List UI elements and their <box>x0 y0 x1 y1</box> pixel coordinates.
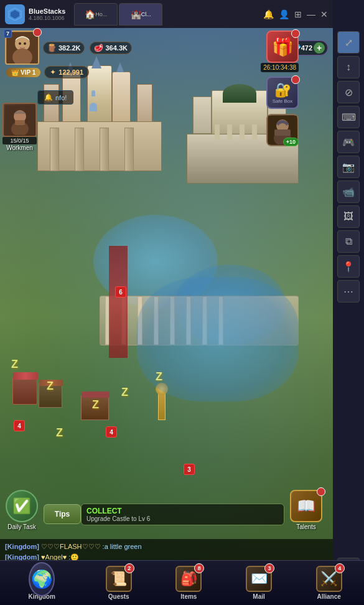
volume-icon: 🔔 <box>44 93 53 101</box>
building-badge-3: 4 <box>106 426 117 438</box>
chat-kingdom-1: [Kingdom] <box>5 543 39 550</box>
quests-icon-container: 📜 2 <box>106 566 132 592</box>
building-badge-4: 3 <box>184 464 195 475</box>
tab-game[interactable]: 🏰 Cl... <box>119 3 162 26</box>
nav-item-alliance[interactable]: ⚔️ 4 Alliance <box>294 561 364 605</box>
account-icon[interactable]: 👤 <box>279 9 289 19</box>
svg-rect-14 <box>274 129 291 136</box>
bluestacks-version: 4.180.10.1006 <box>29 15 65 21</box>
sidebar-rotate-btn[interactable]: ↕ <box>337 56 360 78</box>
dome <box>223 84 256 103</box>
bluestacks-title: BlueStacks <box>29 7 65 15</box>
bluestacks-tabs: 🏠 Ho... 🏰 Cl... <box>74 3 162 26</box>
daily-task-section[interactable]: ✅ Daily Task <box>0 490 44 530</box>
building-c-roof <box>82 392 110 398</box>
chat-name-1: ♡♡♡FLASH♡♡♡ <box>41 543 100 550</box>
sidebar-multi-btn[interactable]: ⧉ <box>337 230 360 253</box>
timer-display: 26:10:34:38 <box>261 63 299 72</box>
palace-left-wing <box>193 96 212 134</box>
gem-value: 472 <box>301 44 312 52</box>
wood-value: 382.2K <box>58 44 80 52</box>
avatar-notification <box>33 28 42 37</box>
sidebar-block-btn[interactable]: ⊘ <box>337 81 360 103</box>
daily-task-icon[interactable]: ✅ <box>6 490 38 522</box>
quests-badge: 2 <box>124 563 134 573</box>
minimize-icon[interactable]: — <box>307 9 315 19</box>
bluestacks-topbar: BlueStacks 4.180.10.1006 🏠 Ho... 🏰 Cl...… <box>0 0 333 28</box>
z-letter-4: Z <box>121 386 128 399</box>
building-badge-1: 4 <box>14 420 25 431</box>
avatar-level: 7 <box>4 29 12 38</box>
warrior-avatar-button[interactable]: +10 <box>266 114 299 146</box>
kingdom-res-value: 122,991 <box>58 68 83 76</box>
svg-point-5 <box>19 42 21 45</box>
tips-button[interactable]: Tips <box>44 504 81 524</box>
bottom-task-bar: ✅ Daily Task Tips COLLECT Upgrade Castle… <box>0 490 333 530</box>
info-text: nfo! <box>55 94 67 101</box>
player-avatar-container[interactable]: 7 <box>5 30 39 65</box>
wood-icon: 🪵 <box>47 44 57 52</box>
resources-bar: 🪵 382.2K 🥩 364.3K <box>43 42 284 54</box>
small-buildings-left[interactable] <box>12 377 62 420</box>
sidebar-more-btn[interactable]: ⋯ <box>337 280 360 302</box>
notification-icon[interactable]: 🔔 <box>263 9 274 19</box>
items-label: Items <box>180 593 197 600</box>
buttress-4 <box>124 128 134 171</box>
column-2 <box>227 124 232 140</box>
window-2 <box>90 103 97 111</box>
sidebar-fullscreen-btn[interactable]: ⤢ <box>337 31 360 54</box>
workmen-label: Workmen <box>2 144 37 151</box>
close-icon[interactable]: ✕ <box>320 9 328 19</box>
safe-notification <box>291 75 300 84</box>
sidebar-gallery-btn[interactable]: 🖼 <box>337 205 360 228</box>
nav-item-kingdom[interactable]: 🌍 Kingdom <box>0 561 83 605</box>
mail-label: Mail <box>253 593 264 600</box>
add-gems-button[interactable]: + <box>314 42 325 54</box>
svg-rect-10 <box>15 120 25 125</box>
kingdom-resources: ✦ 122,991 <box>44 66 89 78</box>
gift-box-button[interactable]: 🎁 <box>266 30 299 63</box>
workmen-count: 15/0/15 <box>2 137 37 144</box>
vip-badge: 👑 VIP 1 <box>6 68 40 77</box>
nav-item-mail[interactable]: ✉️ 3 Mail <box>224 561 294 605</box>
sidebar-video-btn[interactable]: 📹 <box>337 181 360 203</box>
layers-icon[interactable]: ⊞ <box>294 9 302 19</box>
sidebar-keyboard-btn[interactable]: ⌨ <box>337 106 360 128</box>
z-letter-2: Z <box>47 380 54 393</box>
daily-task-label: Daily Task <box>7 523 35 530</box>
chat-msg-1: :a little green <box>103 543 142 550</box>
mail-icon-container: ✉️ 3 <box>246 566 272 592</box>
building-a-roof <box>13 372 38 380</box>
safe-box-button[interactable]: 🔐 Safe Box <box>266 77 299 109</box>
warrior-plus-badge: +10 <box>283 138 299 146</box>
sidebar-location-btn[interactable]: 📍 <box>337 255 360 278</box>
chat-kingdom-2: [Kingdom] <box>5 553 39 561</box>
right-palace[interactable] <box>187 90 299 227</box>
sidebar-gamepad-btn[interactable]: 🎮 <box>337 131 360 153</box>
bluestacks-controls: 🔔 👤 ⊞ — ✕ <box>263 9 328 19</box>
collect-area: COLLECT Upgrade Castle to Lv 6 <box>81 504 284 525</box>
tab-home[interactable]: 🏠 Ho... <box>74 3 118 26</box>
building-a <box>12 377 37 405</box>
quests-label: Quests <box>108 593 129 600</box>
buttress-2 <box>75 128 84 171</box>
gift-notification <box>291 29 300 38</box>
chat-name-2: ♥Angel♥ <box>41 553 67 561</box>
info-bar[interactable]: 🔔 nfo! <box>37 90 73 105</box>
window-1 <box>91 90 95 96</box>
column-1 <box>215 124 220 140</box>
workmen-section[interactable]: 15/0/15 Workmen <box>2 103 37 151</box>
collect-label: COLLECT <box>86 507 279 515</box>
talents-label: Talents <box>296 523 316 530</box>
buttress-1 <box>50 128 59 171</box>
safe-box-label: Safe Box <box>273 98 292 104</box>
red-carpet <box>109 246 128 358</box>
building-badge-2: 6 <box>115 286 126 298</box>
bottom-navigation: 🌍 Kingdom 📜 2 Quests 🎒 8 Items ✉️ 3 Mail… <box>0 560 364 605</box>
nav-item-items[interactable]: 🎒 8 Items <box>154 561 224 605</box>
alliance-badge: 4 <box>335 563 345 573</box>
sidebar-camera-btn[interactable]: 📷 <box>337 156 360 178</box>
talents-section[interactable]: 📖 Talents <box>284 490 328 530</box>
game-area[interactable]: Z Z Z Z Z Z 4 6 4 3 <box>0 28 333 605</box>
nav-item-quests[interactable]: 📜 2 Quests <box>83 561 154 605</box>
